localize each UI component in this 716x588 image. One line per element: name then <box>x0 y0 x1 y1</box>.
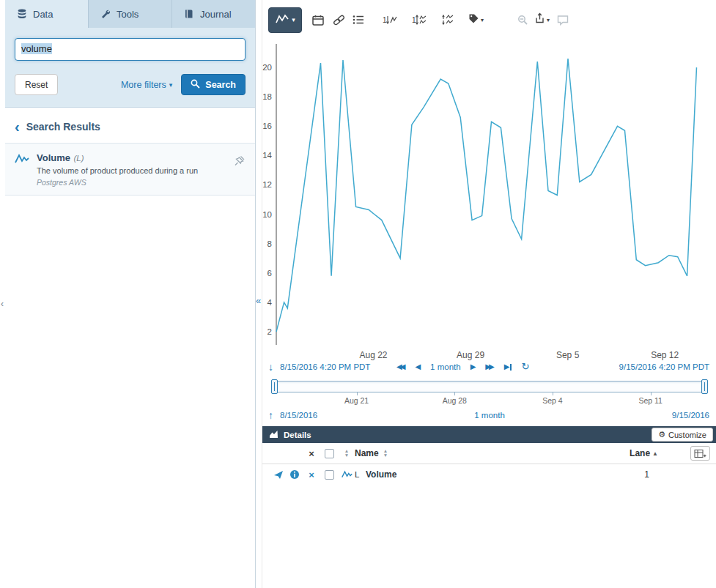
svg-text:20: 20 <box>262 63 272 72</box>
search-input[interactable]: volume <box>15 38 246 61</box>
details-table-header: × ▲ ▼ Name ▲ ▼ Lane ▲ <box>262 443 716 464</box>
export-dropdown[interactable]: ▾ <box>534 12 550 27</box>
details-row[interactable]: × L Volume 1 <box>262 466 716 483</box>
workbench-panel: ▾ 1 1 ▾ <box>262 0 716 588</box>
display-range-controls: ↓ 8/15/2016 4:20 PM PDT ◀◀ ◀ 1 month ▶ ▶… <box>262 362 716 376</box>
step-forward-half-icon[interactable]: ▶ <box>470 362 476 371</box>
x-axis-tick-label: Aug 29 <box>457 350 484 360</box>
signal-icon <box>339 470 355 479</box>
slider-handle-left[interactable] <box>271 379 278 394</box>
row-checkbox[interactable] <box>325 470 334 480</box>
display-range-start[interactable]: 8/15/2016 4:20 PM PDT <box>280 362 370 371</box>
slider-tick-mark <box>651 392 652 395</box>
sort-name-icon[interactable]: ▲ ▼ <box>383 449 388 458</box>
details-title: Details <box>284 431 311 439</box>
investigate-range-row: ↑ 8/15/2016 1 month 9/15/2016 <box>262 411 716 424</box>
slider-tick-label: Aug 21 <box>344 396 369 405</box>
one-axis-icon[interactable]: 1 <box>411 14 427 26</box>
reset-button[interactable]: Reset <box>15 74 58 95</box>
time-slider-track[interactable] <box>273 381 706 392</box>
time-slider[interactable] <box>273 380 706 395</box>
tab-data-label: Data <box>33 9 53 20</box>
tab-journal-label: Journal <box>200 9 232 20</box>
one-lane-icon[interactable]: 1 <box>382 14 398 26</box>
row-lane-value[interactable]: 1 <box>644 469 658 480</box>
more-filters-label: More filters <box>121 80 166 90</box>
investigate-duration[interactable]: 1 month <box>262 411 716 420</box>
samples-list-icon[interactable] <box>353 15 364 25</box>
separate-axes-icon[interactable] <box>440 14 457 26</box>
slider-axis-labels: Aug 21Aug 28Sep 4Sep 11 <box>273 396 706 406</box>
slider-tick-label: Aug 28 <box>443 396 467 405</box>
trend-chart[interactable]: 2468101214161820 Aug 22Aug 29Sep 5Sep 12 <box>262 40 716 362</box>
search-button-label: Search <box>205 80 236 90</box>
zoom-out-icon[interactable] <box>517 15 528 26</box>
step-back-half-icon[interactable]: ◀ <box>415 362 421 371</box>
svg-text:14: 14 <box>262 151 272 160</box>
more-filters-link[interactable]: More filters ▾ <box>121 80 172 90</box>
tab-tools[interactable]: Tools <box>89 0 172 28</box>
back-icon[interactable]: ‹ <box>15 122 20 132</box>
remove-all-icon[interactable]: × <box>303 448 320 459</box>
svg-text:8: 8 <box>267 239 272 248</box>
slider-handle-right[interactable] <box>701 379 708 394</box>
name-column-header[interactable]: Name <box>355 448 379 458</box>
remove-item-icon[interactable]: × <box>303 469 320 480</box>
calendar-icon[interactable] <box>312 15 324 26</box>
x-axis-labels: Aug 22Aug 29Sep 5Sep 12 <box>262 350 716 362</box>
search-result-item[interactable]: Volume (L) The volume of product produce… <box>5 143 255 196</box>
gear-icon: ⚙ <box>658 431 665 439</box>
svg-text:6: 6 <box>267 269 272 278</box>
collapse-left-edge-icon[interactable]: ‹ <box>1 299 4 309</box>
display-range-duration[interactable]: 1 month <box>430 362 461 371</box>
tab-journal[interactable]: Journal <box>172 0 255 28</box>
search-button[interactable]: Search <box>181 74 246 95</box>
panel-collapse-divider[interactable]: « <box>256 0 262 588</box>
display-type-dropdown[interactable]: ▾ <box>268 7 302 33</box>
item-info-icon[interactable] <box>286 469 303 480</box>
panel-tabs: Data Tools Journal <box>5 0 255 28</box>
database-icon <box>16 9 27 19</box>
display-range-end[interactable]: 9/15/2016 4:20 PM PDT <box>619 362 709 371</box>
slider-tick-label: Sep 11 <box>638 396 663 405</box>
result-description: The volume of product produced during a … <box>37 166 198 175</box>
refresh-icon[interactable]: ↻ <box>521 362 529 371</box>
add-column-button[interactable] <box>690 446 710 461</box>
x-axis-tick-label: Sep 5 <box>556 350 579 360</box>
step-forward-full-icon[interactable]: ▶▶ <box>485 362 494 371</box>
customize-button[interactable]: ⚙ Customize <box>652 428 713 442</box>
search-form: volume Reset More filters ▾ Search <box>5 28 255 108</box>
trend-chart-svg[interactable]: 2468101214161820 <box>262 42 716 349</box>
svg-text:10: 10 <box>262 210 272 219</box>
signal-code: L <box>355 470 366 479</box>
left-collapse-strip[interactable]: ‹ <box>0 0 5 588</box>
data-panel: Data Tools Journal volume Reset More fil… <box>5 0 256 588</box>
labels-dropdown[interactable]: ▾ <box>468 13 484 27</box>
expand-range-down-icon[interactable]: ↓ <box>268 362 273 371</box>
trend-chart-icon <box>275 13 289 27</box>
annotate-icon[interactable] <box>557 15 569 26</box>
slider-tick-mark <box>553 392 553 395</box>
lane-sort-asc-icon: ▲ <box>652 450 658 457</box>
slider-tick-mark <box>454 392 455 395</box>
svg-text:16: 16 <box>262 122 272 130</box>
svg-text:4: 4 <box>267 298 273 307</box>
select-all-checkbox[interactable] <box>325 449 334 458</box>
investigate-end[interactable]: 9/15/2016 <box>672 411 709 420</box>
result-text: Volume (L) The volume of product produce… <box>37 151 198 187</box>
step-back-full-icon[interactable]: ◀◀ <box>396 362 405 371</box>
send-signal-icon[interactable] <box>271 470 286 480</box>
lane-column-header[interactable]: Lane <box>630 448 650 458</box>
sort-type-icon[interactable]: ▲ ▼ <box>344 449 349 458</box>
step-to-now-icon[interactable]: ▶ <box>504 362 512 371</box>
svg-text:12: 12 <box>262 180 272 189</box>
x-axis-tick-label: Sep 12 <box>651 350 679 360</box>
sort-down-glyph: ▼ <box>344 453 349 458</box>
caret-down-icon: ▾ <box>547 17 550 23</box>
collapse-panel-icon[interactable]: « <box>256 295 261 306</box>
tab-data[interactable]: Data <box>5 0 89 28</box>
pin-icon[interactable] <box>234 155 246 169</box>
details-header: Details ⚙ Customize <box>262 426 716 443</box>
link-icon[interactable] <box>333 15 345 26</box>
tag-icon <box>468 13 479 27</box>
